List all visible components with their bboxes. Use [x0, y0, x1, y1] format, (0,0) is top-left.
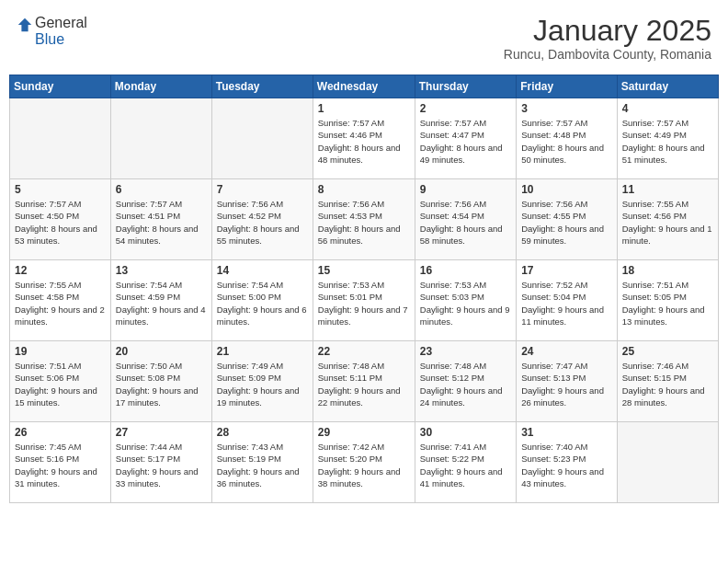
- day-number: 7: [217, 183, 308, 196]
- svg-marker-0: [18, 18, 31, 31]
- day-number: 5: [15, 183, 106, 196]
- day-info: Sunrise: 7:51 AMSunset: 5:05 PMDaylight:…: [622, 279, 713, 327]
- logo: General Blue: [17, 15, 87, 48]
- day-info: Sunrise: 7:56 AMSunset: 4:54 PMDaylight:…: [420, 198, 511, 247]
- calendar-cell: 8Sunrise: 7:56 AMSunset: 4:53 PMDaylight…: [313, 179, 415, 260]
- day-info: Sunrise: 7:47 AMSunset: 5:13 PMDaylight:…: [521, 360, 612, 408]
- day-info: Sunrise: 7:57 AMSunset: 4:48 PMDaylight:…: [521, 117, 612, 166]
- calendar-cell: 1Sunrise: 7:57 AMSunset: 4:46 PMDaylight…: [313, 98, 415, 179]
- day-info: Sunrise: 7:48 AMSunset: 5:12 PMDaylight:…: [420, 360, 511, 408]
- day-number: 24: [521, 345, 612, 358]
- calendar-cell: 24Sunrise: 7:47 AMSunset: 5:13 PMDayligh…: [517, 341, 618, 422]
- calendar-week-row: 12Sunrise: 7:55 AMSunset: 4:58 PMDayligh…: [10, 260, 719, 341]
- day-number: 16: [420, 264, 511, 277]
- day-info: Sunrise: 7:53 AMSunset: 5:01 PMDaylight:…: [318, 279, 410, 327]
- day-info: Sunrise: 7:55 AMSunset: 4:58 PMDaylight:…: [15, 279, 106, 327]
- day-number: 20: [116, 345, 207, 358]
- location-text: Runcu, Dambovita County, Romania: [504, 47, 711, 62]
- day-info: Sunrise: 7:57 AMSunset: 4:49 PMDaylight:…: [622, 117, 713, 166]
- day-info: Sunrise: 7:55 AMSunset: 4:56 PMDaylight:…: [622, 198, 713, 247]
- month-title: January 2025: [504, 15, 711, 47]
- day-number: 14: [217, 264, 308, 277]
- day-info: Sunrise: 7:49 AMSunset: 5:09 PMDaylight:…: [217, 360, 308, 408]
- calendar-cell: 7Sunrise: 7:56 AMSunset: 4:52 PMDaylight…: [211, 179, 313, 260]
- logo-blue-text: Blue: [35, 31, 87, 48]
- calendar-cell: 27Sunrise: 7:44 AMSunset: 5:17 PMDayligh…: [110, 422, 211, 503]
- day-number: 15: [318, 264, 410, 277]
- day-info: Sunrise: 7:54 AMSunset: 5:00 PMDaylight:…: [217, 279, 308, 327]
- day-info: Sunrise: 7:51 AMSunset: 5:06 PMDaylight:…: [15, 360, 106, 408]
- day-info: Sunrise: 7:43 AMSunset: 5:19 PMDaylight:…: [217, 441, 308, 489]
- day-info: Sunrise: 7:42 AMSunset: 5:20 PMDaylight:…: [318, 441, 410, 489]
- calendar-header-row: SundayMondayTuesdayWednesdayThursdayFrid…: [10, 75, 719, 98]
- day-number: 26: [15, 426, 106, 439]
- calendar-cell: 17Sunrise: 7:52 AMSunset: 5:04 PMDayligh…: [517, 260, 618, 341]
- day-number: 21: [217, 345, 308, 358]
- day-number: 19: [15, 345, 106, 358]
- day-number: 25: [622, 345, 713, 358]
- calendar-cell: 13Sunrise: 7:54 AMSunset: 4:59 PMDayligh…: [110, 260, 211, 341]
- calendar-cell: 16Sunrise: 7:53 AMSunset: 5:03 PMDayligh…: [415, 260, 516, 341]
- day-info: Sunrise: 7:40 AMSunset: 5:23 PMDaylight:…: [521, 441, 612, 489]
- day-number: 23: [420, 345, 511, 358]
- calendar-cell: 14Sunrise: 7:54 AMSunset: 5:00 PMDayligh…: [211, 260, 313, 341]
- day-number: 4: [622, 102, 713, 115]
- day-number: 12: [15, 264, 106, 277]
- day-number: 13: [116, 264, 207, 277]
- day-info: Sunrise: 7:57 AMSunset: 4:51 PMDaylight:…: [116, 198, 207, 247]
- weekday-header-thursday: Thursday: [415, 75, 516, 98]
- calendar-week-row: 19Sunrise: 7:51 AMSunset: 5:06 PMDayligh…: [10, 341, 719, 422]
- day-info: Sunrise: 7:56 AMSunset: 4:53 PMDaylight:…: [318, 198, 410, 247]
- calendar-cell: [211, 98, 313, 179]
- day-info: Sunrise: 7:54 AMSunset: 4:59 PMDaylight:…: [116, 279, 207, 327]
- day-info: Sunrise: 7:53 AMSunset: 5:03 PMDaylight:…: [420, 279, 511, 327]
- day-number: 11: [622, 183, 713, 196]
- day-number: 27: [116, 426, 207, 439]
- calendar-week-row: 26Sunrise: 7:45 AMSunset: 5:16 PMDayligh…: [10, 422, 719, 503]
- day-info: Sunrise: 7:52 AMSunset: 5:04 PMDaylight:…: [521, 279, 612, 327]
- calendar-cell: 3Sunrise: 7:57 AMSunset: 4:48 PMDaylight…: [517, 98, 618, 179]
- day-info: Sunrise: 7:46 AMSunset: 5:15 PMDaylight:…: [622, 360, 713, 408]
- day-number: 8: [318, 183, 410, 196]
- logo-icon: [17, 17, 33, 33]
- calendar-cell: 6Sunrise: 7:57 AMSunset: 4:51 PMDaylight…: [110, 179, 211, 260]
- day-info: Sunrise: 7:45 AMSunset: 5:16 PMDaylight:…: [15, 441, 106, 489]
- day-info: Sunrise: 7:56 AMSunset: 4:52 PMDaylight:…: [217, 198, 308, 247]
- calendar-cell: 15Sunrise: 7:53 AMSunset: 5:01 PMDayligh…: [313, 260, 415, 341]
- day-number: 10: [521, 183, 612, 196]
- calendar-cell: 22Sunrise: 7:48 AMSunset: 5:11 PMDayligh…: [313, 341, 415, 422]
- calendar-table: SundayMondayTuesdayWednesdayThursdayFrid…: [9, 75, 719, 503]
- day-info: Sunrise: 7:41 AMSunset: 5:22 PMDaylight:…: [420, 441, 511, 489]
- calendar-cell: 4Sunrise: 7:57 AMSunset: 4:49 PMDaylight…: [617, 98, 718, 179]
- title-section: January 2025 Runcu, Dambovita County, Ro…: [504, 15, 711, 62]
- day-number: 31: [521, 426, 612, 439]
- calendar-cell: [617, 422, 718, 503]
- day-number: 30: [420, 426, 511, 439]
- day-number: 28: [217, 426, 308, 439]
- day-info: Sunrise: 7:50 AMSunset: 5:08 PMDaylight:…: [116, 360, 207, 408]
- calendar-cell: 12Sunrise: 7:55 AMSunset: 4:58 PMDayligh…: [10, 260, 111, 341]
- calendar-cell: 29Sunrise: 7:42 AMSunset: 5:20 PMDayligh…: [313, 422, 415, 503]
- calendar-cell: 18Sunrise: 7:51 AMSunset: 5:05 PMDayligh…: [617, 260, 718, 341]
- day-info: Sunrise: 7:56 AMSunset: 4:55 PMDaylight:…: [521, 198, 612, 247]
- weekday-header-saturday: Saturday: [617, 75, 718, 98]
- weekday-header-wednesday: Wednesday: [313, 75, 415, 98]
- day-number: 17: [521, 264, 612, 277]
- day-info: Sunrise: 7:44 AMSunset: 5:17 PMDaylight:…: [116, 441, 207, 489]
- weekday-header-friday: Friday: [517, 75, 618, 98]
- calendar-cell: 31Sunrise: 7:40 AMSunset: 5:23 PMDayligh…: [517, 422, 618, 503]
- calendar-cell: 2Sunrise: 7:57 AMSunset: 4:47 PMDaylight…: [415, 98, 516, 179]
- calendar-cell: 9Sunrise: 7:56 AMSunset: 4:54 PMDaylight…: [415, 179, 516, 260]
- calendar-cell: [110, 98, 211, 179]
- calendar-cell: 25Sunrise: 7:46 AMSunset: 5:15 PMDayligh…: [617, 341, 718, 422]
- day-number: 6: [116, 183, 207, 196]
- weekday-header-sunday: Sunday: [10, 75, 111, 98]
- calendar-cell: 5Sunrise: 7:57 AMSunset: 4:50 PMDaylight…: [10, 179, 111, 260]
- day-number: 29: [318, 426, 410, 439]
- calendar-cell: 11Sunrise: 7:55 AMSunset: 4:56 PMDayligh…: [617, 179, 718, 260]
- calendar-week-row: 5Sunrise: 7:57 AMSunset: 4:50 PMDaylight…: [10, 179, 719, 260]
- calendar-cell: 20Sunrise: 7:50 AMSunset: 5:08 PMDayligh…: [110, 341, 211, 422]
- day-number: 3: [521, 102, 612, 115]
- day-info: Sunrise: 7:57 AMSunset: 4:47 PMDaylight:…: [420, 117, 511, 166]
- calendar-cell: 23Sunrise: 7:48 AMSunset: 5:12 PMDayligh…: [415, 341, 516, 422]
